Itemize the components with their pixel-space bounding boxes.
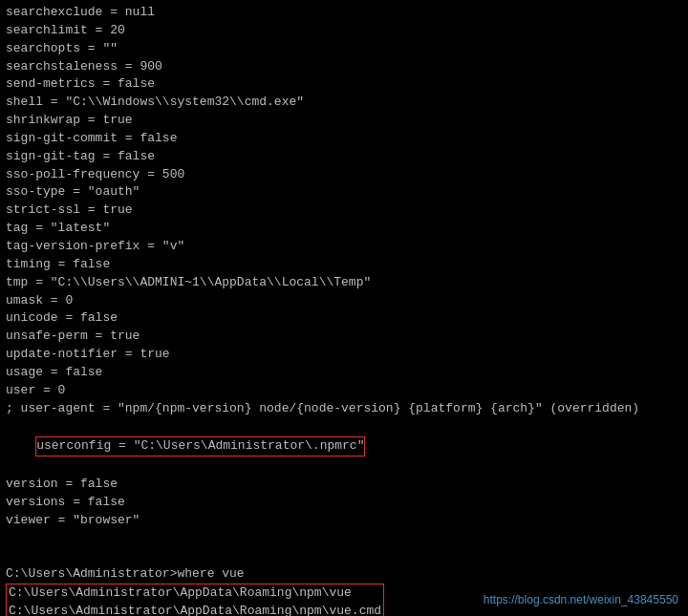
line-tag: tag = "latest"	[6, 220, 682, 238]
watermark: https://blog.csdn.net/weixin_43845550	[484, 593, 678, 606]
line-version: version = false	[6, 476, 682, 494]
line-searchstaleness: searchstaleness = 900	[6, 58, 682, 76]
line-versions: versions = false	[6, 494, 682, 512]
line-sso-type: sso-type = "oauth"	[6, 183, 682, 202]
line-searchlimit: searchlimit = 20	[6, 22, 682, 40]
line-umask: umask = 0	[6, 292, 682, 310]
line-update-notifier: update-notifier = true	[6, 346, 682, 364]
line-tmp: tmp = "C:\\Users\\ADMINI~1\\AppData\\Loc…	[6, 274, 682, 292]
line-searchopts: searchopts = ""	[6, 40, 682, 58]
line-shrinkwrap: shrinkwrap = true	[6, 112, 682, 130]
where-vue-line2: C:\Users\Administrator\AppData\Roaming\n…	[9, 603, 381, 616]
line-usage: usage = false	[6, 364, 682, 382]
line-blank1	[6, 529, 682, 547]
line-unicode: unicode = false	[6, 309, 682, 328]
line-user: user = 0	[6, 382, 682, 400]
line-strict-ssl: strict-ssl = true	[6, 202, 682, 220]
line-sign-git-commit: sign-git-commit = false	[6, 130, 682, 148]
line-userconfig: userconfig = "C:\Users\Administrator\.np…	[6, 418, 682, 475]
line-unsafe-perm: unsafe-perm = true	[6, 328, 682, 346]
line-sign-git-tag: sign-git-tag = false	[6, 148, 682, 166]
line-shell: shell = "C:\\Windows\\system32\\cmd.exe"	[6, 94, 682, 112]
line-timing: timing = false	[6, 256, 682, 274]
line-sso-poll-frequency: sso-poll-frequency = 500	[6, 166, 682, 184]
line-where-vue-cmd: C:\Users\Administrator>where vue	[6, 565, 682, 584]
line-tag-version-prefix: tag-version-prefix = "v"	[6, 238, 682, 256]
terminal-window: searchexclude = null searchlimit = 20 se…	[0, 0, 688, 616]
line-user-agent: ; user-agent = "npm/{npm-version} node/{…	[6, 400, 682, 418]
line-searchexclude: searchexclude = null	[6, 4, 682, 22]
userconfig-highlight-box: userconfig = "C:\Users\Administrator\.np…	[35, 436, 365, 457]
line-viewer: viewer = "browser"	[6, 512, 682, 530]
line-send-metrics: send-metrics = false	[6, 75, 682, 94]
where-vue-line1: C:\Users\Administrator\AppData\Roaming\n…	[9, 584, 381, 603]
where-vue-output-box: C:\Users\Administrator\AppData\Roaming\n…	[6, 584, 384, 616]
line-blank2	[6, 547, 682, 565]
